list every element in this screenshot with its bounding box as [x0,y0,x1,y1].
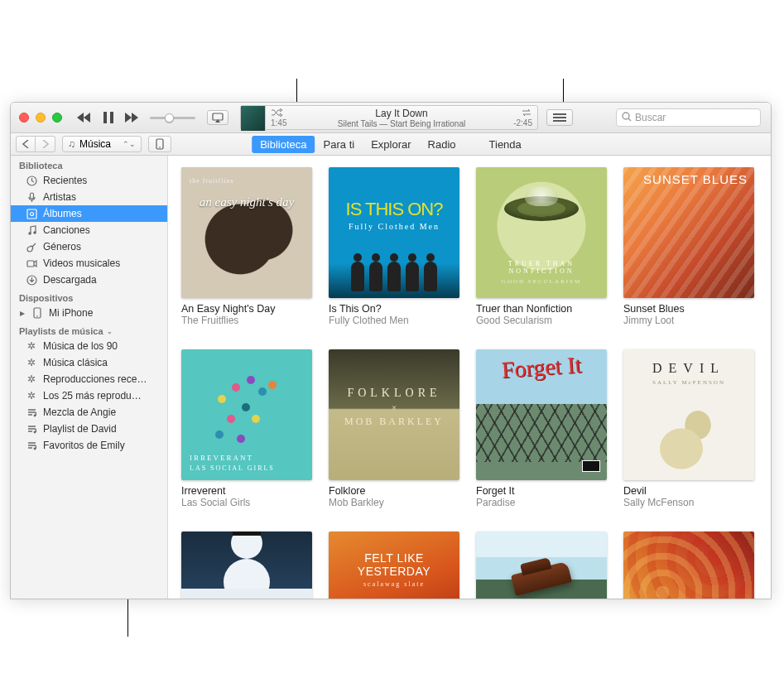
repeat-icon[interactable] [521,108,532,118]
album-item[interactable]: TRUER THAN NONFICTION GOOD SECULARISM Tr… [476,167,607,326]
tab-explorar[interactable]: Explorar [363,136,419,153]
media-type-selector[interactable]: ♫ Música ⌃⌄ [62,136,142,152]
album-item[interactable]: SUNSET BLUES Sunset Blues Jimmy Loot [623,167,754,326]
up-next-button[interactable] [546,109,573,126]
sidebar-item-label: Música de los 90 [43,340,159,352]
tab-para-ti[interactable]: Para ti [315,136,363,153]
album-item[interactable]: HOLIDAY STANDARDS [181,531,312,599]
airplay-button[interactable] [207,110,228,125]
album-cover[interactable]: IRREVERANT LAS SOCIAL GIRLS [181,349,312,480]
album-item[interactable]: IS THIS ON? Fully Clothed Men Is This On… [329,167,459,326]
search-placeholder: Buscar [635,112,666,123]
sidebar-playlist[interactable]: Favoritos de Emily [11,437,167,454]
album-cover[interactable] [476,531,607,599]
media-type-label: Música [79,138,111,150]
sidebar-item-label: Reproducciones rece… [43,373,159,385]
svg-point-6 [623,113,629,119]
next-track-button[interactable] [125,112,140,123]
svg-rect-0 [103,112,107,123]
sidebar-item-label: Los 25 más reprodu… [43,390,159,402]
svg-rect-1 [110,112,113,123]
sidebar-item-recientes[interactable]: Recientes [11,172,167,189]
album-title: Sunset Blues [623,303,754,315]
svg-rect-5 [553,120,566,122]
album-artist: Mob Barkley [329,497,459,508]
sidebar-item-label: Favoritos de Emily [43,440,159,451]
sidebar-playlist[interactable]: ✲Los 25 más reprodu… [11,387,167,404]
search-field[interactable]: Buscar [616,108,761,127]
titlebar: Lay It Down Silent Tails — Start Being I… [11,103,771,133]
sidebar-item-label: Artistas [43,191,159,203]
sidebar-header-dispositivos: Dispositivos [11,288,167,305]
shuffle-icon[interactable] [271,108,282,118]
album-item[interactable]: FOLKLORE × MOB BARKLEY Folklore Mob Bark… [329,349,459,508]
album-item[interactable]: DEVIL SALLY McFENSON Devil Sally McFenso… [623,349,754,508]
album-cover[interactable]: FELT LIKE YESTERDAY scalawag slate [329,531,459,599]
microphone-icon [26,192,37,203]
back-button[interactable] [16,136,36,152]
sidebar-playlist[interactable]: Mezcla de Angie [11,404,167,421]
sidebar-playlist[interactable]: ✲Reproducciones rece… [11,371,167,387]
album-artist: Fully Clothed Men [329,315,459,326]
sidebar-playlist[interactable]: ✲Música clásica [11,354,167,371]
album-cover[interactable] [623,531,754,599]
note-icon [26,225,37,236]
previous-track-button[interactable] [77,112,92,123]
sidebar-item-label: Canciones [43,224,159,236]
album-cover[interactable]: HOLIDAY STANDARDS [181,531,312,599]
album-title: Irreverent [181,485,312,497]
album-artist: Jimmy Loot [623,315,754,326]
album-cover[interactable]: SUNSET BLUES [623,167,754,298]
album-item[interactable]: Forget It Forget It Paradise [476,349,607,508]
sidebar-item-descargada[interactable]: Descargada [11,272,167,288]
sidebar-playlist[interactable]: Playlist de David [11,421,167,437]
album-title: Devil [623,485,754,497]
minimize-window-button[interactable] [36,113,46,123]
album-item[interactable]: the fruitflies an easy night's day An Ea… [181,167,312,326]
chevron-down-icon: ⌄ [107,328,113,335]
album-title: Truer than Nonfiction [476,303,607,315]
tab-biblioteca[interactable]: Biblioteca [252,136,315,153]
sidebar-item-generos[interactable]: Géneros [11,238,167,255]
album-cover[interactable]: IS THIS ON? Fully Clothed Men [329,167,459,298]
navigation-toolbar: ♫ Música ⌃⌄ Biblioteca Para ti Explorar … [11,133,771,156]
close-window-button[interactable] [19,113,29,123]
album-cover[interactable]: DEVIL SALLY McFENSON [623,349,754,480]
sidebar-item-label: Videos musicales [43,257,159,269]
album-cover[interactable]: the fruitflies an easy night's day [181,167,312,298]
sidebar-item-albumes[interactable]: Álbumes [11,205,167,222]
pause-button[interactable] [103,112,113,123]
forward-button[interactable] [36,136,55,152]
tab-radio[interactable]: Radio [420,136,464,153]
album-item[interactable]: IRREVERANT LAS SOCIAL GIRLS Irreverent L… [181,349,312,508]
svg-rect-16 [27,261,34,267]
sidebar-header-biblioteca: Biblioteca [11,156,167,172]
album-artist: The Fruitflies [181,315,312,326]
tab-tienda[interactable]: Tienda [481,136,530,153]
album-cover[interactable]: FOLKLORE × MOB BARKLEY [329,349,459,480]
sidebar-item-videos[interactable]: Videos musicales [11,255,167,272]
device-button[interactable] [148,136,171,152]
sidebar-device-iphone[interactable]: ▸ Mi iPhone [11,305,167,321]
album-icon [26,209,37,219]
album-item[interactable] [623,531,754,599]
sidebar-item-artistas[interactable]: Artistas [11,189,167,205]
gear-playlist-icon: ✲ [26,390,37,402]
album-cover[interactable]: Forget It [476,349,607,480]
elapsed-time: 1:45 [271,118,286,127]
sidebar-header-playlists[interactable]: Playlists de música ⌄ [11,321,167,338]
album-grid[interactable]: the fruitflies an easy night's day An Ea… [168,156,771,599]
album-cover[interactable]: TRUER THAN NONFICTION GOOD SECULARISM [476,167,607,298]
disclosure-triangle-icon[interactable]: ▸ [19,307,26,319]
sidebar-item-label: Géneros [43,241,159,253]
album-item[interactable]: FELT LIKE YESTERDAY scalawag slate [329,531,459,599]
sidebar-playlist[interactable]: ✲Música de los 90 [11,338,167,354]
svg-rect-2 [213,113,223,120]
volume-slider[interactable] [150,117,195,119]
zoom-window-button[interactable] [52,113,62,123]
music-icon: ♫ [68,138,75,150]
now-playing-display[interactable]: Lay It Down Silent Tails — Start Being I… [240,105,538,130]
video-icon [26,258,37,269]
album-item[interactable] [476,531,607,599]
sidebar-item-canciones[interactable]: Canciones [11,222,167,238]
